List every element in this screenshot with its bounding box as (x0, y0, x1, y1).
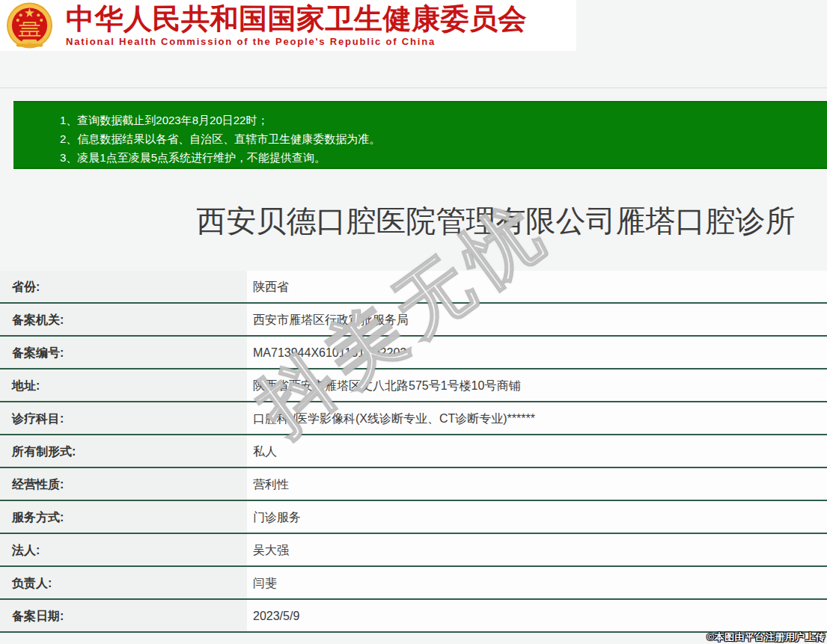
table-row: 诊疗科目:口腔科 /医学影像科(X线诊断专业、CT诊断专业)****** (0, 402, 827, 435)
table-row: 服务方式:门诊服务 (0, 501, 827, 534)
site-title-chinese: 中华人民共和国国家卫生健康委员会 (66, 2, 567, 35)
field-label: 所有制形式: (0, 435, 247, 467)
field-label: 省份: (0, 271, 247, 302)
query-notice-box: 1、查询数据截止到2023年8月20日22时；2、信息数据结果以各省、自治区、直… (13, 101, 827, 169)
field-value: 2023/5/9 (247, 600, 827, 631)
header-divider-line (0, 88, 827, 88)
field-label: 经营性质: (0, 468, 247, 500)
field-label: 负责人: (0, 567, 247, 598)
table-row: 省份:陕西省 (0, 271, 827, 304)
field-value: 口腔科 /医学影像科(X线诊断专业、CT诊断专业)****** (247, 402, 827, 434)
table-row: 备案机关:西安市雁塔区行政审批服务局 (0, 304, 827, 337)
field-value: 陕西省西安市雁塔区丈八北路575号1号楼10号商铺 (247, 369, 827, 401)
field-value: 门诊服务 (247, 501, 827, 533)
notice-list: 1、查询数据截止到2023年8月20日22时；2、信息数据结果以各省、自治区、直… (60, 111, 820, 167)
field-label: 服务方式: (0, 501, 247, 533)
table-row: 备案编号:MA713944X61011317D2202 (0, 337, 827, 369)
field-value: 营利性 (247, 468, 827, 500)
institution-name-title: 西安贝德口腔医院管理有限公司雁塔口腔诊所 (0, 200, 827, 242)
table-row: 负责人:闫斐 (0, 567, 827, 600)
table-row: 所有制形式:私人 (0, 435, 827, 468)
field-value: 闫斐 (247, 567, 827, 598)
uploader-copyright-watermark: ©本图由平台注册用户上传 (707, 631, 826, 644)
table-row: 法人:吴大强 (0, 534, 827, 567)
field-value: 陕西省 (247, 271, 827, 302)
field-label: 诊疗科目: (0, 402, 247, 434)
field-label: 备案机关: (0, 304, 247, 335)
notice-item: 2、信息数据结果以各省、自治区、直辖市卫生健康委数据为准。 (60, 129, 820, 148)
field-label: 备案编号: (0, 337, 247, 368)
notice-item: 1、查询数据截止到2023年8月20日22时； (60, 111, 820, 129)
field-label: 法人: (0, 534, 247, 565)
field-value: 西安市雁塔区行政审批服务局 (247, 304, 827, 335)
field-label: 地址: (0, 369, 247, 401)
site-header: 中华人民共和国国家卫生健康委员会 National Health Commiss… (0, 0, 576, 51)
field-value: MA713944X61011317D2202 (247, 337, 827, 368)
table-row: 经营性质:营利性 (0, 468, 827, 501)
field-value: 私人 (247, 435, 827, 467)
field-value: 吴大强 (247, 534, 827, 565)
china-national-emblem-icon (6, 1, 53, 50)
table-row: 备案日期:2023/5/9 (0, 600, 827, 633)
site-title-english: National Health Commission of the People… (66, 36, 567, 47)
header-titles: 中华人民共和国国家卫生健康委员会 National Health Commiss… (66, 2, 567, 47)
record-table: 省份:陕西省备案机关:西安市雁塔区行政审批服务局备案编号:MA713944X61… (0, 271, 827, 633)
table-row: 地址:陕西省西安市雁塔区丈八北路575号1号楼10号商铺 (0, 369, 827, 402)
field-label: 备案日期: (0, 600, 247, 631)
notice-item: 3、凌晨1点至凌晨5点系统进行维护，不能提供查询。 (60, 148, 820, 167)
